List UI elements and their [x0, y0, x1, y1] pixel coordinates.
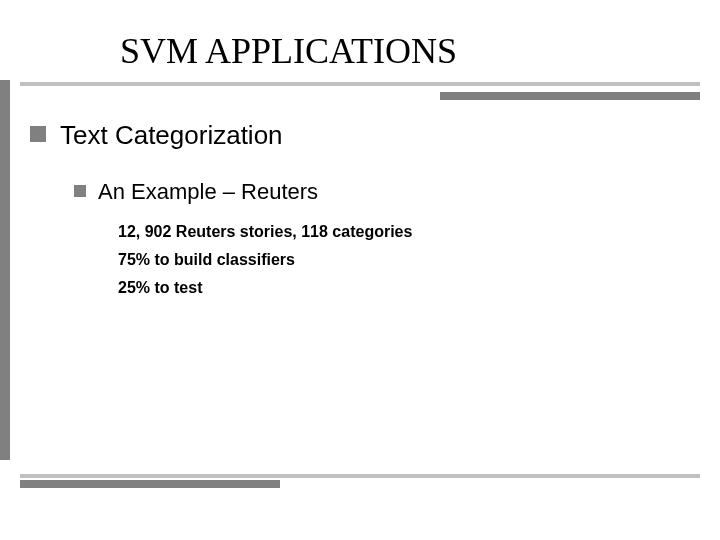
bullet-level1: Text Categorization — [30, 120, 690, 151]
slide-content: Text Categorization An Example – Reuters… — [30, 120, 690, 307]
bottom-tab-decoration — [20, 480, 280, 488]
square-bullet-icon — [30, 126, 46, 142]
bullet-level2: An Example – Reuters — [74, 179, 690, 205]
slide: SVM APPLICATIONS Text Categorization An … — [0, 0, 720, 540]
bullet-level2-text: An Example – Reuters — [98, 179, 318, 205]
bullet-level3: 75% to build classifiers — [118, 251, 690, 269]
bullet-level3: 12, 902 Reuters stories, 118 categories — [118, 223, 690, 241]
bottom-bar-decoration — [20, 474, 700, 478]
title-underline-light — [20, 82, 700, 86]
title-underline-dark — [440, 92, 700, 100]
slide-title: SVM APPLICATIONS — [120, 30, 457, 72]
square-bullet-icon — [74, 185, 86, 197]
left-rail-decoration — [0, 80, 10, 460]
bullet-level1-text: Text Categorization — [60, 120, 283, 151]
bullet-level3: 25% to test — [118, 279, 690, 297]
